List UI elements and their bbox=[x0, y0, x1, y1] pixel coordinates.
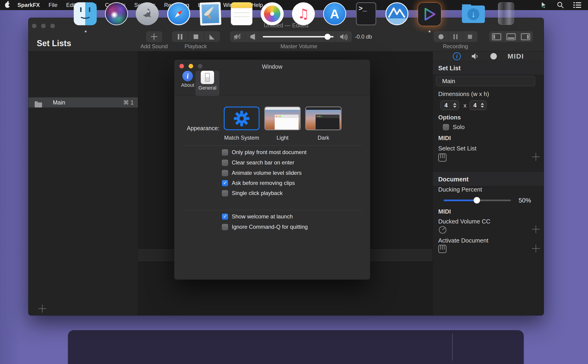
layout-group bbox=[489, 31, 533, 42]
general-switch-icon bbox=[201, 71, 214, 84]
playback-label: Playback bbox=[181, 43, 211, 50]
checkbox[interactable] bbox=[222, 224, 228, 230]
match-system-label: Match System bbox=[224, 135, 260, 141]
record-stop-button[interactable] bbox=[463, 31, 477, 42]
dock-finder-icon[interactable] bbox=[74, 2, 98, 26]
ducking-percent-slider[interactable] bbox=[443, 196, 512, 204]
height-stepper[interactable]: 4 bbox=[470, 100, 486, 110]
set-list-name-input[interactable]: Main bbox=[436, 76, 535, 86]
dock-sparkfx-icon[interactable] bbox=[418, 2, 441, 26]
pref-option-row: Ignore Command-Q for quitting bbox=[222, 223, 308, 231]
audio-tab-icon[interactable] bbox=[471, 52, 480, 60]
pref-option-row: Only play front most document bbox=[222, 148, 307, 156]
dock-downloads-icon[interactable]: ↓ bbox=[462, 2, 486, 26]
tab-general[interactable]: General bbox=[196, 71, 219, 96]
recording-group bbox=[434, 31, 477, 42]
add-ducked-volume-button[interactable] bbox=[532, 225, 540, 234]
preferences-dialog: Window i About General Appearance: bbox=[174, 59, 370, 280]
svg-text:i: i bbox=[456, 53, 457, 59]
add-activate-trigger-button[interactable] bbox=[532, 245, 540, 253]
music-note-glyph: ♫ bbox=[297, 6, 309, 22]
master-volume-label: Master Volume bbox=[276, 43, 322, 50]
add-sound-button[interactable] bbox=[146, 31, 162, 42]
tab-general-label: General bbox=[198, 85, 216, 91]
record-button[interactable] bbox=[434, 31, 448, 42]
dock-separator bbox=[452, 333, 453, 361]
width-stepper[interactable]: 4 bbox=[441, 100, 459, 110]
ducking-percent-value: 50% bbox=[519, 197, 531, 204]
add-sound-label: Add Sound bbox=[139, 43, 169, 50]
master-volume-slider[interactable] bbox=[260, 31, 336, 42]
option-label: Ask before removing clips bbox=[232, 180, 295, 186]
appearance-option-dark[interactable] bbox=[305, 107, 341, 130]
width-value: 4 bbox=[444, 102, 448, 109]
solo-checkbox[interactable] bbox=[443, 124, 449, 130]
piano-trigger-icon bbox=[438, 153, 446, 162]
list-icon[interactable] bbox=[573, 2, 581, 8]
dock-music-icon[interactable]: ♫ bbox=[292, 2, 316, 26]
audition-button[interactable] bbox=[245, 31, 260, 42]
about-info-icon: i bbox=[182, 71, 193, 81]
checkbox[interactable] bbox=[222, 160, 228, 166]
pref-option-row: Ask before removing clips bbox=[222, 179, 295, 187]
option-label: Animate volume level sliders bbox=[232, 170, 301, 176]
inspector-tab-bar: i MIDI bbox=[433, 52, 544, 61]
pause-button[interactable] bbox=[172, 31, 188, 42]
info-tab-icon[interactable]: i bbox=[452, 52, 461, 61]
apple-logo-icon[interactable] bbox=[5, 2, 10, 8]
inspector-panel: i MIDI Set List Main Dimensions (w x h) … bbox=[432, 52, 544, 315]
dock-mail-icon[interactable] bbox=[198, 2, 222, 26]
checkbox[interactable] bbox=[222, 149, 228, 156]
play-from-start-button[interactable] bbox=[204, 31, 220, 42]
menu-app-name[interactable]: SparkFX bbox=[13, 2, 44, 8]
search-icon[interactable] bbox=[557, 1, 564, 9]
select-set-list-label: Select Set List bbox=[438, 145, 476, 152]
dock-app-store-icon[interactable]: A bbox=[323, 2, 347, 26]
appearance-option-match-system[interactable] bbox=[224, 107, 260, 130]
knob-trigger-icon bbox=[438, 226, 447, 234]
checkbox[interactable] bbox=[222, 190, 228, 196]
dock-terminal-icon[interactable]: >_ bbox=[354, 2, 378, 26]
record-tab-icon[interactable] bbox=[490, 52, 497, 60]
dock-photos-icon[interactable] bbox=[261, 2, 285, 26]
dock-trash-icon[interactable] bbox=[494, 2, 518, 26]
set-list-section-header: Set List bbox=[433, 61, 544, 75]
running-indicator bbox=[429, 31, 431, 32]
dock-siri-icon[interactable] bbox=[105, 2, 129, 26]
option-label: Only play front most document bbox=[232, 149, 307, 156]
piano-trigger-icon bbox=[438, 245, 446, 253]
appearance-option-light[interactable] bbox=[264, 107, 301, 130]
dock-launchpad-icon[interactable] bbox=[136, 2, 160, 26]
volume-db-value: -0.0 db bbox=[355, 33, 372, 40]
checkbox[interactable] bbox=[222, 180, 228, 186]
toggle-left-panel-button[interactable] bbox=[489, 31, 504, 42]
mute-button[interactable] bbox=[230, 31, 245, 42]
plus-icon bbox=[151, 33, 157, 40]
option-label: Show welcome at launch bbox=[232, 213, 293, 220]
set-lists-sidebar: Main ⌘ 1 bbox=[28, 52, 138, 315]
pref-option-row: Show welcome at launch bbox=[222, 213, 293, 221]
ducking-percent-label: Ducking Percent bbox=[438, 186, 482, 193]
add-select-trigger-button[interactable] bbox=[532, 153, 540, 161]
folder-icon bbox=[35, 102, 42, 107]
appearance-label: Appearance: bbox=[184, 125, 219, 132]
record-pause-button[interactable] bbox=[448, 31, 463, 42]
menu-item-file[interactable]: File bbox=[44, 2, 62, 8]
set-list-row-main[interactable]: Main ⌘ 1 bbox=[28, 97, 138, 107]
checkbox[interactable] bbox=[222, 214, 228, 220]
dock-notes-icon[interactable] bbox=[230, 2, 254, 26]
midi-section-label: MIDI bbox=[438, 135, 451, 142]
dock-safari-icon[interactable] bbox=[167, 2, 191, 26]
stepper-chevrons-icon bbox=[453, 103, 456, 108]
stop-button[interactable] bbox=[188, 31, 204, 42]
toggle-right-panel-button[interactable] bbox=[518, 31, 533, 42]
options-label: Options bbox=[438, 114, 461, 121]
midi-tab-icon[interactable]: MIDI bbox=[508, 52, 524, 60]
set-list-name-value: Main bbox=[442, 78, 455, 85]
solo-label: Solo bbox=[453, 124, 465, 131]
checkbox[interactable] bbox=[222, 170, 228, 176]
screen-share-cursor-icon[interactable] bbox=[540, 1, 548, 9]
ducked-volume-cc-label: Ducked Volume CC bbox=[438, 218, 490, 225]
toggle-bottom-panel-button[interactable] bbox=[504, 31, 518, 42]
dock-mountain-app-icon[interactable] bbox=[385, 2, 409, 26]
